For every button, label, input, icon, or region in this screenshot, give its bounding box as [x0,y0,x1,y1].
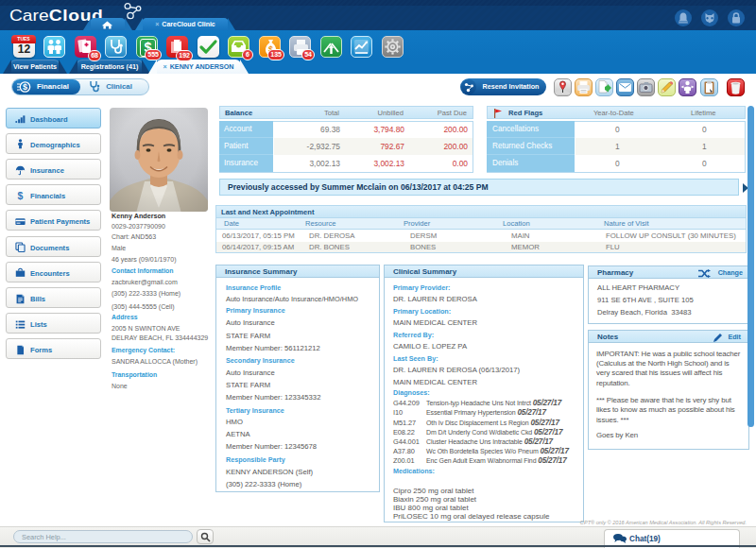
svg-text:$: $ [23,82,27,92]
